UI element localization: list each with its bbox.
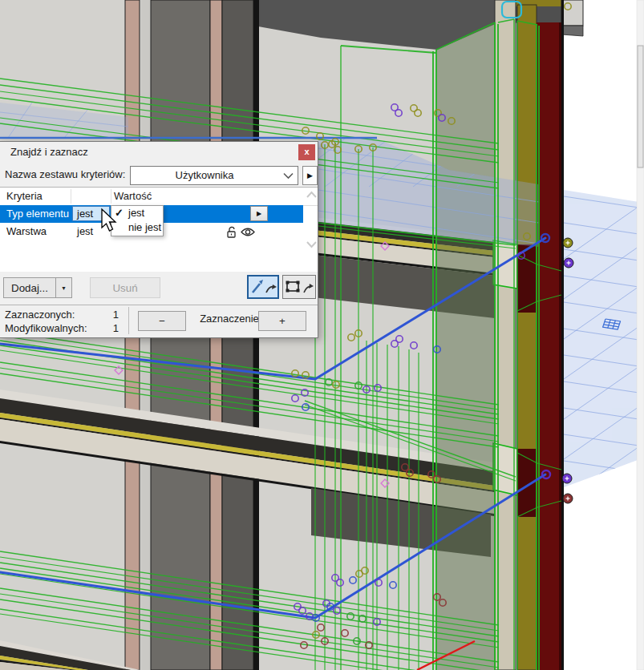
find-select-dialog: Znajdź i zaznacz x Nazwa zestawu kryteri… — [0, 141, 318, 338]
value-expand-button[interactable]: ▶ — [250, 206, 268, 221]
editable-count-value: 1 — [80, 321, 119, 335]
criterion-name: Warstwa — [6, 223, 47, 240]
close-button[interactable]: x — [298, 144, 315, 160]
column-value: Wartość — [114, 188, 152, 205]
pick-criteria-button[interactable] — [247, 275, 279, 299]
remove-button[interactable]: Usuń — [90, 277, 160, 298]
criteria-set-value: Użytkownika — [131, 167, 278, 184]
column-head-underside — [561, 26, 583, 36]
criteria-set-expand-button[interactable]: ▶ — [302, 166, 318, 185]
mouse-cursor — [98, 207, 119, 234]
criterion-name: Typ elementu — [6, 205, 69, 223]
vertical-scrollbar-thumb[interactable] — [638, 46, 643, 168]
dropdown-item-label: nie jest — [128, 220, 161, 235]
criteria-list-header: Kryteria Wartość — [0, 188, 318, 206]
dropdown-item-nie-jest[interactable]: nie jest — [111, 220, 163, 235]
operator-value: jest — [77, 207, 93, 220]
column-criteria: Kryteria — [6, 188, 43, 205]
app-window: Znajdź i zaznacz x Nazwa zestawu kryteri… — [0, 0, 644, 670]
eyedropper-icon — [249, 276, 277, 297]
selected-count-label: Zaznaczonych: — [5, 308, 75, 321]
selection-label: Zaznaczenie — [192, 313, 266, 325]
eye-icon — [241, 227, 255, 237]
criteria-set-combobox[interactable]: Użytkownika — [130, 166, 298, 185]
scroll-up-icon[interactable] — [306, 191, 318, 199]
olive-panel — [517, 5, 537, 670]
marquee-icon — [283, 276, 315, 298]
selected-count-value: 1 — [80, 308, 119, 321]
marquee-select-button[interactable] — [282, 275, 316, 299]
scroll-down-icon[interactable] — [306, 240, 318, 248]
criteria-set-label: Nazwa zestawu kryteriów: — [5, 163, 125, 187]
operator-value: jest — [77, 223, 93, 240]
dropdown-item-label: jest — [128, 206, 144, 220]
column-head — [561, 0, 583, 26]
deselect-button[interactable]: − — [138, 311, 186, 331]
unlock-icon — [225, 226, 238, 239]
dialog-title: Znajdź i zaznacz — [10, 142, 88, 163]
add-button[interactable]: Dodaj... — [3, 277, 56, 298]
editable-count-label: Modyfikowalnych: — [5, 321, 87, 335]
building-edge — [561, 0, 564, 670]
dropdown-item-jest[interactable]: ✓ jest — [111, 206, 163, 220]
chevron-down-icon — [283, 172, 294, 180]
dialog-titlebar[interactable]: Znajdź i zaznacz x — [0, 142, 318, 163]
add-dropdown-button[interactable]: ▼ — [55, 277, 72, 298]
select-button[interactable]: + — [258, 311, 306, 331]
